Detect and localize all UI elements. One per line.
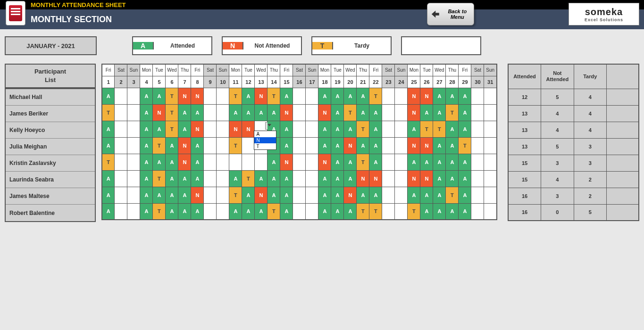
attendance-cell[interactable]: N xyxy=(318,104,331,121)
attendance-cell[interactable]: A xyxy=(178,187,191,203)
attendance-cell[interactable] xyxy=(127,154,140,170)
attendance-cell[interactable]: A xyxy=(331,203,344,220)
attendance-cell[interactable]: A xyxy=(369,137,382,154)
attendance-cell[interactable]: T xyxy=(229,187,242,203)
attendance-cell[interactable]: A xyxy=(369,187,382,203)
attendance-cell[interactable]: A xyxy=(242,104,255,121)
attendance-cell[interactable]: N xyxy=(369,170,382,187)
attendance-cell[interactable]: A xyxy=(140,154,153,170)
dropdown-arrow-icon[interactable] xyxy=(268,124,271,126)
attendance-cell[interactable]: A xyxy=(446,88,459,104)
attendance-cell[interactable]: A xyxy=(102,170,115,187)
attendance-cell[interactable]: N xyxy=(420,88,433,104)
attendance-cell[interactable]: N xyxy=(255,187,268,203)
attendance-cell[interactable] xyxy=(395,104,408,121)
attendance-cell[interactable]: A xyxy=(166,187,178,203)
attendance-cell[interactable]: A xyxy=(280,170,293,187)
attendance-cell[interactable]: A xyxy=(446,170,459,187)
attendance-cell[interactable]: A xyxy=(242,88,255,104)
attendance-cell[interactable]: A xyxy=(166,203,178,220)
attendance-cell[interactable] xyxy=(115,154,127,170)
attendance-cell[interactable]: A xyxy=(242,203,255,220)
attendance-cell[interactable] xyxy=(306,203,318,220)
attendance-cell[interactable]: A xyxy=(357,137,369,154)
attendance-cell[interactable]: N xyxy=(357,170,369,187)
attendance-cell[interactable]: T xyxy=(153,170,166,187)
attendance-cell[interactable]: N xyxy=(178,154,191,170)
attendance-cell[interactable]: T xyxy=(344,104,357,121)
attendance-cell[interactable] xyxy=(306,154,318,170)
attendance-cell[interactable]: A xyxy=(178,203,191,220)
attendance-cell[interactable]: A xyxy=(331,88,344,104)
attendance-cell[interactable] xyxy=(293,137,306,154)
attendance-cell[interactable] xyxy=(204,187,217,203)
attendance-cell[interactable] xyxy=(395,137,408,154)
attendance-cell[interactable]: A xyxy=(408,121,420,137)
attendance-cell[interactable]: A xyxy=(255,170,268,187)
attendance-cell[interactable] xyxy=(395,170,408,187)
attendance-cell[interactable]: A xyxy=(140,203,153,220)
attendance-cell[interactable]: A xyxy=(446,121,459,137)
attendance-cell[interactable]: A xyxy=(459,187,471,203)
attendance-cell[interactable] xyxy=(471,88,484,104)
participant-row[interactable]: Kristin Zaslavsky xyxy=(6,155,95,172)
attendance-cell[interactable]: N xyxy=(191,121,204,137)
attendance-cell[interactable] xyxy=(306,187,318,203)
attendance-cell[interactable]: A xyxy=(140,137,153,154)
participant-row[interactable]: Julia Meighan xyxy=(6,139,95,155)
attendance-cell[interactable] xyxy=(293,88,306,104)
attendance-cell[interactable]: A xyxy=(344,121,357,137)
attendance-cell[interactable]: N xyxy=(408,88,420,104)
attendance-cell[interactable]: A xyxy=(446,203,459,220)
month-selector[interactable]: JANUARY - 2021 xyxy=(5,36,97,55)
attendance-cell[interactable]: A xyxy=(318,187,331,203)
attendance-cell[interactable]: N xyxy=(280,154,293,170)
attendance-cell[interactable]: T xyxy=(242,170,255,187)
attendance-cell[interactable]: T xyxy=(446,187,459,203)
attendance-cell[interactable] xyxy=(471,104,484,121)
attendance-cell[interactable]: N xyxy=(280,104,293,121)
back-to-menu-button[interactable]: Back to Menu xyxy=(427,3,474,25)
attendance-cell[interactable]: A xyxy=(229,104,242,121)
attendance-cell[interactable]: A xyxy=(318,88,331,104)
attendance-cell[interactable]: A xyxy=(280,121,293,137)
attendance-cell[interactable]: A xyxy=(369,154,382,170)
attendance-cell[interactable]: T xyxy=(420,121,433,137)
attendance-cell[interactable] xyxy=(293,104,306,121)
attendance-cell[interactable] xyxy=(217,170,229,187)
attendance-cell[interactable] xyxy=(293,203,306,220)
attendance-cell[interactable]: T xyxy=(446,104,459,121)
attendance-cell[interactable]: T xyxy=(433,121,446,137)
attendance-cell[interactable]: A xyxy=(331,170,344,187)
attendance-cell[interactable]: A xyxy=(318,203,331,220)
attendance-cell[interactable] xyxy=(395,154,408,170)
attendance-cell[interactable]: A xyxy=(280,137,293,154)
attendance-cell[interactable] xyxy=(127,104,140,121)
attendance-cell[interactable]: A xyxy=(408,154,420,170)
attendance-cell[interactable]: T xyxy=(166,121,178,137)
attendance-cell[interactable]: A xyxy=(408,187,420,203)
attendance-cell[interactable]: N xyxy=(344,137,357,154)
attendance-cell[interactable] xyxy=(217,203,229,220)
attendance-cell[interactable]: N xyxy=(178,137,191,154)
attendance-cell[interactable]: A xyxy=(420,187,433,203)
attendance-cell[interactable] xyxy=(382,170,395,187)
attendance-cell[interactable]: A xyxy=(459,88,471,104)
attendance-cell[interactable]: T xyxy=(357,203,369,220)
attendance-cell[interactable] xyxy=(242,137,255,154)
attendance-cell[interactable] xyxy=(204,88,217,104)
attendance-cell[interactable]: A xyxy=(459,170,471,187)
attendance-cell[interactable] xyxy=(242,154,255,170)
attendance-cell[interactable]: N xyxy=(408,104,420,121)
attendance-cell[interactable]: A xyxy=(255,203,268,220)
attendance-cell[interactable]: A xyxy=(153,121,166,137)
attendance-cell[interactable]: A xyxy=(331,121,344,137)
attendance-cell[interactable] xyxy=(127,88,140,104)
attendance-cell[interactable]: T xyxy=(166,104,178,121)
attendance-cell[interactable]: T xyxy=(102,154,115,170)
attendance-cell[interactable] xyxy=(395,121,408,137)
attendance-cell[interactable]: A xyxy=(331,104,344,121)
attendance-cell[interactable]: A xyxy=(178,170,191,187)
attendance-cell[interactable]: N xyxy=(178,88,191,104)
attendance-cell[interactable]: N xyxy=(420,137,433,154)
